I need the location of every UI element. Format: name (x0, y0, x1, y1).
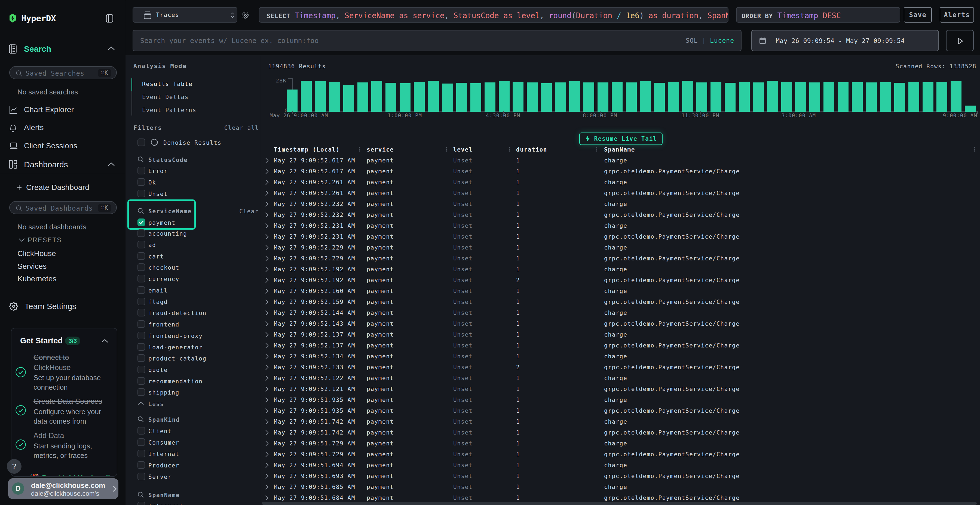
analysis-mode-event-deltas[interactable]: Event Deltas (142, 94, 189, 100)
table-row[interactable]: May 27 9:09:51.742 AMpaymentUnset1charge (261, 416, 980, 427)
filter-checkbox[interactable] (137, 264, 145, 271)
sql-select-editor[interactable]: SELECT Timestamp, ServiceName as service… (259, 7, 729, 22)
filter-option-closure[interactable]: {closure} (126, 500, 261, 505)
table-settings-dots-icon[interactable] (974, 146, 975, 152)
filter-checkbox[interactable] (137, 377, 145, 385)
filter-option-productcatalog[interactable]: product-catalog (126, 353, 261, 364)
row-expand-chevron-icon[interactable] (265, 179, 269, 185)
table-row[interactable]: May 27 9:09:52.192 AMpaymentUnset2grpc.o… (261, 275, 980, 286)
column-header-timestamplocal[interactable]: Timestamp (Local) (274, 146, 340, 153)
sidebar-item-client-sessions[interactable]: Client Sessions (0, 137, 125, 155)
table-row[interactable]: May 27 9:09:52.144 AMpaymentUnset1charge (261, 308, 980, 318)
get-started-task-title[interactable]: Connect to ClickHouse (33, 353, 108, 373)
help-button[interactable]: ? (7, 459, 22, 474)
column-header-duration[interactable]: duration (516, 146, 547, 153)
toggle-sql[interactable]: SQL (686, 37, 698, 44)
row-expand-chevron-icon[interactable] (265, 386, 269, 392)
filter-checkbox[interactable] (137, 309, 145, 316)
sidebar-item-chart-explorer[interactable]: Chart Explorer (0, 101, 125, 119)
filter-checkbox[interactable] (137, 388, 145, 396)
filter-option-unset[interactable]: Unset (126, 188, 261, 199)
column-header-level[interactable]: level (453, 146, 473, 153)
filter-checkbox[interactable] (137, 332, 145, 339)
row-expand-chevron-icon[interactable] (265, 397, 269, 403)
preset-item-services[interactable]: Services (18, 262, 46, 271)
filter-checkbox[interactable] (137, 252, 145, 260)
row-expand-chevron-icon[interactable] (265, 310, 269, 316)
presets-chevron-down-icon[interactable] (19, 238, 25, 242)
table-row[interactable]: May 27 9:09:51.693 AMpaymentUnset1grpc.o… (261, 471, 980, 481)
source-select[interactable]: Traces (132, 7, 237, 22)
alerts-button[interactable]: Alerts (940, 7, 974, 22)
table-row[interactable]: May 27 9:09:51.729 AMpaymentUnset1charge (261, 438, 980, 449)
filter-checkbox[interactable] (137, 473, 145, 480)
table-row[interactable]: May 27 9:09:52.229 AMpaymentUnset1charge (261, 242, 980, 253)
column-header-spanname[interactable]: SpanName (604, 146, 635, 153)
row-expand-chevron-icon[interactable] (265, 201, 269, 207)
row-expand-chevron-icon[interactable] (265, 157, 269, 164)
run-query-button[interactable] (946, 30, 974, 51)
saved-searches-input[interactable]: Saved Searches ⌘K (9, 66, 117, 79)
row-expand-chevron-icon[interactable] (265, 223, 269, 229)
filter-option-consumer[interactable]: Consumer (126, 437, 261, 448)
table-row[interactable]: May 27 9:09:52.229 AMpaymentUnset1grpc.o… (261, 253, 980, 264)
denoise-label[interactable]: Denoise Results (163, 140, 221, 146)
table-row[interactable]: May 27 9:09:51.935 AMpaymentUnset1grpc.o… (261, 405, 980, 416)
filter-option-shipping[interactable]: shipping (126, 386, 261, 398)
filter-option-quote[interactable]: quote (126, 364, 261, 375)
table-row[interactable]: May 27 9:09:52.261 AMpaymentUnset1charge (261, 177, 980, 188)
filter-option-currency[interactable]: currency (126, 273, 261, 284)
filter-checkbox[interactable] (137, 286, 145, 294)
time-range-picker[interactable]: May 26 09:09:54 - May 27 09:09:54 (751, 30, 939, 51)
clear-all-filters-button[interactable]: Clear all (210, 125, 259, 131)
filter-option-cart[interactable]: cart (126, 250, 261, 262)
filter-checkbox[interactable] (137, 219, 145, 226)
filter-checkbox[interactable] (137, 502, 145, 505)
source-settings-gear-icon[interactable] (242, 12, 249, 19)
filter-option-checkout[interactable]: checkout (126, 262, 261, 273)
save-button[interactable]: Save (904, 7, 932, 22)
analysis-mode-results-table[interactable]: Results Table (142, 81, 192, 87)
filter-option-producer[interactable]: Producer (126, 459, 261, 471)
table-row[interactable]: May 27 9:09:52.121 AMpaymentUnset1grpc.o… (261, 384, 980, 395)
denoise-checkbox[interactable] (137, 138, 145, 146)
filter-option-frauddetection[interactable]: fraud-detection (126, 307, 261, 318)
filter-option-frontendproxy[interactable]: frontend-proxy (126, 330, 261, 341)
filter-option-internal[interactable]: Internal (126, 448, 261, 459)
row-expand-chevron-icon[interactable] (265, 266, 269, 272)
table-row[interactable]: May 27 9:09:52.192 AMpaymentUnset1charge (261, 264, 980, 275)
filter-option-loadgenerator[interactable]: load-generator (126, 341, 261, 353)
table-row[interactable]: May 27 9:09:52.143 AMpaymentUnset1grpc.o… (261, 318, 980, 329)
column-resize-dots-icon[interactable] (359, 146, 360, 152)
row-expand-chevron-icon[interactable] (265, 321, 269, 327)
create-dashboard-button[interactable]: Create Dashboard (26, 183, 89, 192)
filter-checkbox[interactable] (137, 354, 145, 362)
row-expand-chevron-icon[interactable] (265, 419, 269, 425)
filter-option-error[interactable]: Error (126, 165, 261, 176)
row-expand-chevron-icon[interactable] (265, 245, 269, 251)
table-row[interactable]: May 27 9:09:52.137 AMpaymentUnset1grpc.o… (261, 340, 980, 351)
table-row[interactable]: May 27 9:09:52.231 AMpaymentUnset1grpc.o… (261, 231, 980, 242)
row-expand-chevron-icon[interactable] (265, 451, 269, 457)
user-menu[interactable]: D dale@clickhouse.com dale@clickhouse.co… (8, 478, 118, 499)
toggle-lucene[interactable]: Lucene (710, 37, 734, 44)
resume-live-tail-button[interactable]: Resume Live Tail (579, 132, 663, 145)
filter-option-recommendation[interactable]: recommendation (126, 375, 261, 387)
table-row[interactable]: May 27 9:09:51.742 AMpaymentUnset1grpc.o… (261, 427, 980, 438)
filter-checkbox[interactable] (137, 298, 145, 305)
lucene-search-input[interactable]: Search your events w/ Lucene ex. column:… (132, 30, 741, 51)
row-expand-chevron-icon[interactable] (265, 430, 269, 436)
table-row[interactable]: May 27 9:09:52.617 AMpaymentUnset1charge (261, 155, 980, 166)
column-resize-dots-icon[interactable] (446, 146, 447, 152)
show-less-button[interactable]: Less (126, 398, 261, 409)
filter-option-ok[interactable]: Ok (126, 176, 261, 188)
table-row[interactable]: May 27 9:09:51.684 AMpaymentUnset1grpc.o… (261, 492, 980, 503)
row-expand-chevron-icon[interactable] (265, 212, 269, 218)
filter-option-payment[interactable]: payment (126, 217, 261, 228)
row-expand-chevron-icon[interactable] (265, 168, 269, 175)
filter-checkbox[interactable] (137, 190, 145, 197)
row-expand-chevron-icon[interactable] (265, 288, 269, 294)
sidebar-collapse-icon[interactable] (106, 14, 113, 22)
column-resize-dots-icon[interactable] (509, 146, 510, 152)
clear-filter-button[interactable]: Clear (239, 208, 259, 215)
